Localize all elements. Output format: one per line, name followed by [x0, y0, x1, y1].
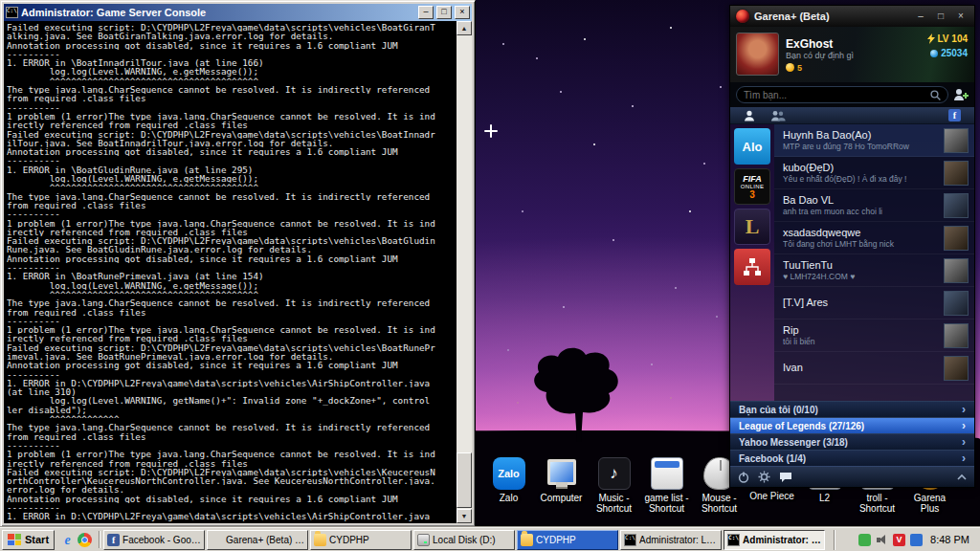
add-friend-button[interactable] [953, 88, 969, 101]
lol-label: L [746, 214, 760, 239]
console-log-line: Failed executing script: D:\CYDPHP\L2Fre… [7, 468, 454, 476]
console-log-line: ler disabled"); [7, 406, 454, 414]
group-label: Facebook (1/4) [739, 453, 806, 464]
friend-text: Ba Dao VL anh tra em muon acc choi li [783, 194, 939, 216]
scroll-thumb[interactable] [457, 452, 472, 508]
tab-friends[interactable] [744, 110, 755, 121]
friend-list-item[interactable]: Ivan [774, 352, 974, 385]
group-row[interactable]: League of Legends (27/126) [730, 417, 974, 433]
garena-window: Garena+ (Beta) – □ × ExGhost Bạn có dự đ… [729, 5, 975, 488]
console-log-line: Annotation processing got disabled, sinc… [7, 495, 454, 503]
taskbar-clock[interactable]: 8:48 PM [927, 534, 969, 545]
console-log-line: irectly referenced from required .class … [7, 459, 454, 468]
profile-panel: ExGhost Bạn có dự định gì 5 LV 104 25034 [730, 27, 974, 82]
desktop-icon-label: One Piece [746, 491, 798, 501]
console-log-line: ^^^^^^^^^^^^^ [7, 414, 454, 423]
friend-list-item[interactable]: kubo(ĐẹD) Yêu e nhất đó(ĐẹD) ! À đi xa đ… [774, 157, 974, 189]
friend-status: anh tra em muon acc choi li [783, 207, 939, 216]
desktop-icon-image [651, 457, 683, 490]
minimize-button[interactable]: – [418, 6, 434, 19]
task-button[interactable]: Garena+ (Beta) - ExGhost [207, 530, 308, 550]
console-log-line: log.log(Level.WARNING, e.getMessage()); [7, 174, 454, 183]
app-league-of-legends[interactable]: L [734, 209, 770, 245]
tray-icon[interactable] [876, 534, 888, 546]
console-titlebar[interactable]: Administrator: Game Server Console – □ × [4, 4, 472, 21]
friend-list-item[interactable]: xsadasdqweqwe Tôi đang chơi LMHT bằng ni… [774, 222, 974, 254]
app-alo[interactable]: Alo [734, 128, 770, 165]
console-log-line: ---------- [7, 263, 454, 272]
friend-status: MTP are u đúng 78 Ho TomoRRow [783, 142, 939, 151]
friend-text: [T.V] Ares [783, 297, 939, 309]
lightning-icon [927, 33, 935, 44]
friend-list-item[interactable]: [T.V] Ares [774, 287, 974, 320]
task-icon [727, 534, 740, 546]
console-log-line: ---------- [7, 209, 454, 218]
console-scrollbar[interactable]: ▲ ▼ [457, 21, 472, 523]
friend-list-item[interactable]: Ba Dao VL anh tra em muon acc choi li [774, 189, 974, 222]
tab-facebook[interactable] [948, 109, 961, 121]
group-row[interactable]: Yahoo Messenger (3/18) [730, 433, 974, 450]
expand-icon[interactable] [957, 473, 967, 482]
maximize-button[interactable]: □ [436, 6, 452, 19]
console-log-line: The type java.lang.CharSequence cannot b… [7, 423, 454, 431]
task-button[interactable]: Administrator: Login Ser... [620, 530, 722, 550]
scroll-down-button[interactable]: ▼ [457, 509, 472, 523]
task-button[interactable]: Local Disk (D:) [413, 530, 515, 550]
task-label: CYDPHP [536, 535, 576, 545]
desktop-icon[interactable]: Zalo [482, 457, 535, 514]
user-avatar[interactable] [736, 33, 779, 76]
friend-name: TuuTienTu [783, 259, 939, 272]
minimize-button[interactable]: – [913, 9, 928, 24]
group-row[interactable]: Bạn của tôi (0/10) [730, 401, 974, 417]
friend-list-item[interactable]: TuuTienTu ♥ LMH724H.COM ♥ [774, 254, 974, 287]
scroll-up-button[interactable]: ▲ [457, 21, 472, 35]
group-list: Bạn của tôi (0/10) League of Legends (27… [730, 401, 974, 466]
garena-titlebar[interactable]: Garena+ (Beta) – □ × [730, 6, 974, 27]
console-output: Failed executing script: D:\CYDPHP\L2Fre… [4, 21, 472, 523]
console-log-line: error.log for details. [7, 485, 454, 494]
task-label: Administrator: Game... [743, 535, 821, 545]
friend-text: xsadasdqweqwe Tôi đang chơi LMHT bằng ni… [783, 227, 939, 249]
desktop-icon[interactable]: game list - Shortcut [640, 457, 693, 514]
chat-icon[interactable] [779, 472, 792, 483]
shell-icon [930, 50, 938, 57]
console-log-line: irectly referenced from required .class … [7, 121, 454, 129]
tab-groups[interactable] [770, 110, 786, 121]
app-garena-lan[interactable] [734, 249, 770, 285]
console-log-line: The type java.lang.CharSequence cannot b… [7, 85, 454, 94]
task-button[interactable]: CYDPHP [517, 530, 618, 550]
close-button[interactable]: × [455, 6, 470, 19]
friend-text: kubo(ĐẹD) Yêu e nhất đó(ĐẹD) ! À đi xa đ… [783, 162, 939, 184]
tray-icon[interactable] [910, 534, 923, 546]
console-log-line: ^^^^^^^^^^^^^^^^^^^^^^^^^^^^^^^^^^^^^^^ [7, 183, 454, 191]
friend-search-input[interactable] [744, 90, 930, 100]
quick-launch-icon[interactable] [78, 533, 92, 547]
app-fifa-online-3[interactable]: FIFA ONLINE 3 [734, 168, 770, 205]
console-log-line: 1. ERROR in D:\CYDPHP\L2Freya\game\data\… [7, 379, 454, 387]
desktop-icon[interactable]: Music - Shortcut [588, 457, 640, 514]
task-button[interactable]: Administrator: Game... [724, 530, 825, 550]
close-button[interactable]: × [953, 9, 969, 24]
console-log-line: ---------- [7, 317, 454, 325]
garena-body: Alo FIFA ONLINE 3 L [730, 124, 974, 401]
desktop-icon-label: Zalo [482, 493, 535, 503]
power-icon[interactable] [738, 472, 749, 483]
desktop-icon-label: Computer [535, 493, 588, 503]
maximize-button[interactable]: □ [933, 9, 948, 24]
friend-list-item[interactable]: Rip tôi ỉi biển [774, 320, 974, 352]
console-log-line: ^^^^^^^^^^^^^^^^^^^^^^^^^^^^^^^^^^^^^^^ [7, 290, 454, 298]
task-button[interactable]: CYDPHP [310, 530, 412, 550]
friend-list-item[interactable]: Huynh Ba Dao(Ao) MTP are u đúng 78 Ho To… [774, 124, 974, 157]
tray-icon[interactable] [893, 534, 905, 546]
task-button[interactable]: Facebook - Google Chrome [103, 530, 205, 550]
desktop-icon[interactable]: Computer [535, 457, 588, 514]
friend-list: Huynh Ba Dao(Ao) MTP are u đúng 78 Ho To… [774, 124, 974, 401]
group-row[interactable]: Facebook (1/4) [730, 450, 974, 466]
tray-icon[interactable] [858, 534, 871, 546]
friend-search-box[interactable] [736, 86, 948, 103]
start-button[interactable]: Start [2, 530, 55, 550]
search-icon [930, 90, 941, 100]
quick-launch-icon[interactable] [60, 533, 75, 547]
user-status-message[interactable]: Bạn có dự định gì [786, 51, 854, 61]
settings-gear-icon[interactable] [758, 471, 770, 483]
